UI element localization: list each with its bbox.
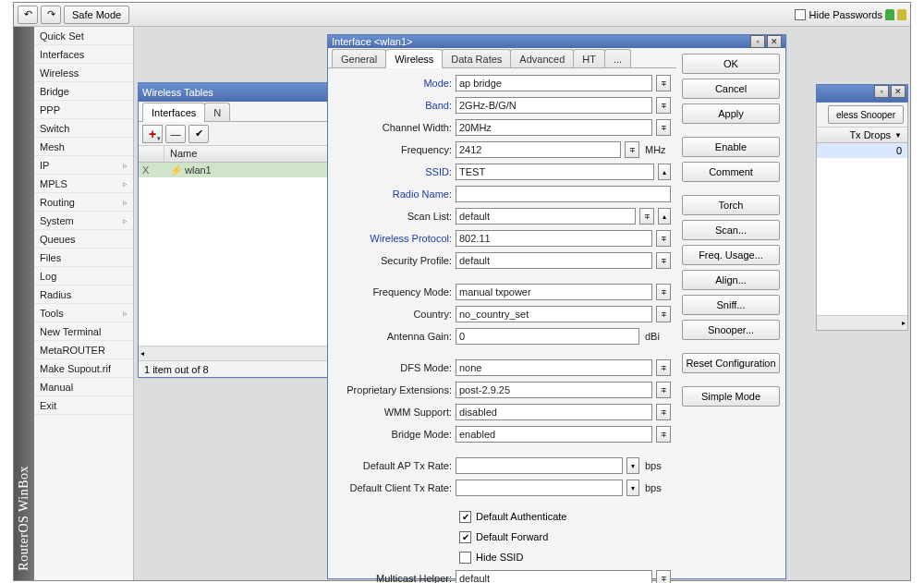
tab-data-rates[interactable]: Data Rates [442, 49, 511, 67]
ok-button[interactable]: OK [682, 54, 780, 74]
simple-mode-button[interactable]: Simple Mode [682, 386, 780, 407]
col-tx-drops[interactable]: Tx Drops [849, 129, 891, 140]
h-scroll-right[interactable]: ▸ [817, 315, 907, 330]
bridge-mode-field[interactable] [456, 426, 652, 443]
dropdown-icon[interactable]: ∓ [656, 306, 671, 322]
menu-item-exit[interactable]: Exit [34, 396, 133, 415]
menu-item-mesh[interactable]: Mesh [34, 138, 133, 156]
tab-n[interactable]: N [204, 103, 230, 121]
mode-field[interactable] [456, 75, 652, 91]
sniff-button[interactable]: Sniff... [682, 295, 780, 315]
proprietary-ext-field[interactable] [456, 382, 652, 398]
col-menu-icon[interactable]: ▼ [893, 131, 904, 140]
menu-item-bridge[interactable]: Bridge [34, 82, 133, 101]
freq-usage-button[interactable]: Freq. Usage... [682, 245, 780, 265]
down-arrow-icon[interactable]: ▾ [626, 480, 639, 496]
wireless-protocol-field[interactable] [456, 230, 652, 247]
default-ap-tx-field[interactable] [456, 457, 623, 474]
scan-list-field[interactable] [456, 208, 636, 225]
reset-configuration-button[interactable]: Reset Configuration [682, 353, 780, 373]
antenna-gain-field[interactable] [456, 328, 639, 345]
cancel-button[interactable]: Cancel [682, 79, 780, 99]
h-scroll[interactable]: ◂ [139, 346, 331, 360]
dropdown-icon[interactable]: ∓ [656, 230, 671, 247]
ssid-field[interactable] [456, 164, 654, 180]
menu-item-log[interactable]: Log [34, 267, 133, 285]
up-arrow-icon[interactable]: ▴ [658, 208, 671, 225]
enable-button[interactable]: ✔ [188, 125, 209, 143]
close-button[interactable]: ✕ [891, 85, 906, 98]
country-field[interactable] [456, 306, 652, 322]
dropdown-icon[interactable]: ∓ [656, 382, 671, 398]
dropdown-icon[interactable]: ∓ [656, 570, 671, 583]
minimize-button[interactable]: ▫ [874, 85, 889, 98]
menu-item-radius[interactable]: Radius [34, 285, 133, 304]
menu-item-manual[interactable]: Manual [34, 378, 133, 396]
menu-item-metarouter[interactable]: MetaROUTER [34, 341, 133, 359]
comment-button[interactable]: Comment [682, 162, 780, 182]
menu-item-wireless[interactable]: Wireless [34, 64, 133, 82]
dropdown-icon[interactable]: ∓ [656, 284, 671, 300]
dfs-mode-field[interactable] [456, 359, 652, 376]
add-button[interactable] [142, 125, 163, 143]
remove-button[interactable]: — [165, 125, 186, 143]
undo-button[interactable]: ↶ [18, 6, 38, 24]
wireless-snooper-button[interactable]: eless Snooper [828, 105, 904, 124]
menu-item-files[interactable]: Files [34, 249, 133, 267]
security-profile-field[interactable] [456, 252, 652, 269]
safe-mode-button[interactable]: Safe Mode [64, 6, 129, 24]
hide-ssid-checkbox[interactable]: Hide SSID [459, 549, 671, 565]
wmm-support-field[interactable] [456, 404, 652, 420]
enable-button[interactable]: Enable [682, 137, 780, 157]
tab-more[interactable]: ... [604, 49, 631, 67]
hide-passwords-checkbox[interactable]: Hide Passwords [795, 9, 882, 20]
dropdown-icon[interactable]: ∓ [656, 426, 671, 443]
dropdown-icon[interactable]: ∓ [656, 359, 671, 376]
tab-wireless[interactable]: Wireless [385, 49, 443, 68]
redo-button[interactable]: ↷ [41, 6, 61, 24]
dropdown-icon[interactable]: ∓ [639, 208, 654, 225]
band-field[interactable] [456, 97, 652, 114]
down-arrow-icon[interactable]: ▾ [626, 457, 639, 474]
dropdown-icon[interactable]: ∓ [656, 404, 671, 420]
menu-item-switch[interactable]: Switch [34, 119, 133, 138]
close-button[interactable]: ✕ [767, 35, 782, 48]
tab-general[interactable]: General [332, 49, 386, 67]
dropdown-icon[interactable]: ∓ [656, 119, 671, 136]
menu-item-queues[interactable]: Queues [34, 230, 133, 249]
dropdown-icon[interactable]: ∓ [625, 141, 639, 158]
default-client-tx-field[interactable] [456, 480, 623, 496]
tab-advanced[interactable]: Advanced [510, 49, 574, 67]
menu-item-interfaces[interactable]: Interfaces [34, 45, 133, 64]
align-button[interactable]: Align... [682, 270, 780, 290]
tab-interfaces[interactable]: Interfaces [142, 103, 205, 122]
channel-width-field[interactable] [456, 119, 652, 136]
col-name[interactable]: Name [164, 146, 331, 162]
dropdown-icon[interactable]: ∓ [656, 252, 671, 269]
list-row[interactable]: X ⚡ wlan1 [139, 163, 331, 177]
default-forward-checkbox[interactable]: ✔Default Forward [459, 528, 671, 545]
multicast-helper-field[interactable] [456, 570, 652, 583]
apply-button[interactable]: Apply [682, 103, 780, 124]
tab-ht[interactable]: HT [573, 49, 605, 67]
frequency-mode-field[interactable] [456, 284, 652, 300]
snooper-button[interactable]: Snooper... [682, 320, 780, 340]
menu-item-new-terminal[interactable]: New Terminal [34, 322, 133, 341]
menu-item-ppp[interactable]: PPP [34, 101, 133, 119]
menu-item-routing[interactable]: Routing▹ [34, 193, 133, 212]
menu-item-ip[interactable]: IP▹ [34, 156, 133, 175]
frequency-field[interactable] [456, 141, 621, 158]
menu-item-mpls[interactable]: MPLS▹ [34, 175, 133, 193]
interface-dialog-titlebar[interactable]: Interface <wlan1> ▫ ✕ [328, 35, 785, 48]
menu-item-system[interactable]: System▹ [34, 212, 133, 230]
dropdown-icon[interactable]: ∓ [656, 97, 671, 114]
menu-item-tools[interactable]: Tools▹ [34, 304, 133, 322]
scan-button[interactable]: Scan... [682, 220, 780, 240]
menu-item-make-supout[interactable]: Make Supout.rif [34, 359, 133, 378]
dropdown-icon[interactable]: ∓ [656, 75, 671, 91]
torch-button[interactable]: Torch [682, 195, 780, 215]
default-authenticate-checkbox[interactable]: ✔Default Authenticate [459, 508, 671, 525]
radio-name-field[interactable] [456, 186, 671, 202]
minimize-button[interactable]: ▫ [750, 35, 765, 48]
wireless-tables-titlebar[interactable]: Wireless Tables [139, 83, 331, 102]
